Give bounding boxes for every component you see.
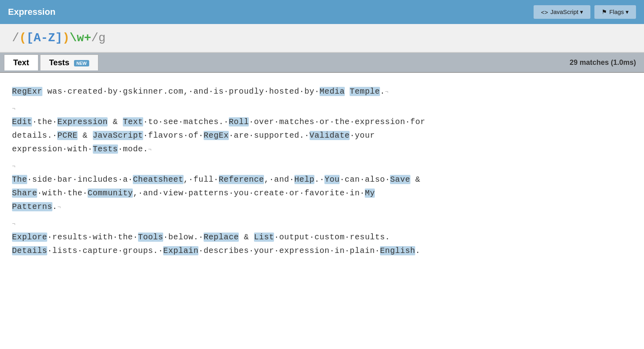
regex-word-quantifier: \w+ xyxy=(70,31,91,45)
match-edit: Edit xyxy=(12,117,32,126)
para-newline-1: ¬ xyxy=(12,102,632,115)
para-end-1: ¬ xyxy=(385,89,389,95)
match-tests: Tests xyxy=(93,144,118,154)
match-temple: Temple xyxy=(350,87,380,96)
regex-char-class-close: ] xyxy=(55,31,62,45)
regex-char-class-open: [ xyxy=(26,31,34,45)
regex-close-paren: ) xyxy=(62,31,70,45)
new-badge: NEW xyxy=(74,60,89,66)
language-button[interactable]: <> JavaScript ▾ xyxy=(534,5,590,19)
para-end-2: ¬ xyxy=(148,146,152,153)
paragraph-1: RegExr was·created·by·gskinner.com,·and·… xyxy=(12,85,632,98)
para-newline-3: ¬ xyxy=(12,217,632,231)
tab-tests-label: Tests xyxy=(49,58,70,67)
match-cheatsheet: Cheatsheet xyxy=(133,175,183,184)
text-content-area[interactable]: RegExr was·created·by·gskinner.com,·and·… xyxy=(0,73,644,349)
match-regexr: RegExr xyxy=(12,87,42,96)
match-details: Details xyxy=(12,246,47,255)
match-patterns: Patterns xyxy=(12,202,52,211)
flags-button[interactable]: ⚑ Flags ▾ xyxy=(594,5,636,19)
match-list: List xyxy=(254,233,274,242)
match-validate: Validate xyxy=(310,131,350,140)
para-end-3: ¬ xyxy=(57,204,61,211)
paragraph-3: The·side·bar·includes·a·Cheatsheet,·full… xyxy=(12,173,632,214)
tab-text[interactable]: Text xyxy=(4,54,38,70)
match-regex: RegEx xyxy=(204,131,229,140)
flag-icon: ⚑ xyxy=(602,8,607,16)
app-title: Expression xyxy=(8,7,530,17)
match-tools: Tools xyxy=(138,233,163,242)
match-pcre: PCRE xyxy=(57,131,77,140)
match-javascript: JavaScript xyxy=(93,131,143,140)
regex-open-paren: ( xyxy=(19,31,26,45)
header-bar: Expression <> JavaScript ▾ ⚑ Flags ▾ xyxy=(0,0,644,24)
flags-label: Flags ▾ xyxy=(609,8,629,16)
code-icon: <> xyxy=(541,9,548,16)
para-newline-2: ¬ xyxy=(12,159,632,173)
match-community: Community xyxy=(88,189,133,198)
paragraph-2: Edit·the·Expression & Text·to·see·matche… xyxy=(12,115,632,156)
match-expression: Expression xyxy=(57,117,108,126)
match-text: Text xyxy=(123,117,143,126)
match-media: Media xyxy=(320,87,345,96)
match-my: My xyxy=(365,189,375,198)
match-share: Share xyxy=(12,189,37,198)
match-the: The xyxy=(12,175,27,184)
match-count: 29 matches (1.0ms) xyxy=(570,58,640,67)
match-replace: Replace xyxy=(204,233,239,242)
tabs-bar: Text Tests NEW 29 matches (1.0ms) xyxy=(0,53,644,73)
match-help: Help xyxy=(294,175,314,184)
match-explore: Explore xyxy=(12,233,47,242)
match-explain: Explain xyxy=(163,246,198,255)
regex-close-slash: /g xyxy=(91,31,106,45)
match-roll: Roll xyxy=(229,117,249,126)
regex-open-slash: / xyxy=(12,31,19,45)
tab-text-label: Text xyxy=(13,58,29,67)
match-save: Save xyxy=(390,175,410,184)
regex-char-class-content: A-Z xyxy=(34,31,55,45)
tab-tests[interactable]: Tests NEW xyxy=(40,54,98,70)
match-reference: Reference xyxy=(219,175,264,184)
paragraph-4: Explore·results·with·the·Tools·below.·Re… xyxy=(12,231,632,258)
match-english: English xyxy=(380,246,415,255)
regex-expression-bar[interactable]: /([A-Z])\w+/g xyxy=(0,24,644,53)
match-you: You xyxy=(324,175,340,184)
language-label: JavaScript ▾ xyxy=(550,8,583,16)
